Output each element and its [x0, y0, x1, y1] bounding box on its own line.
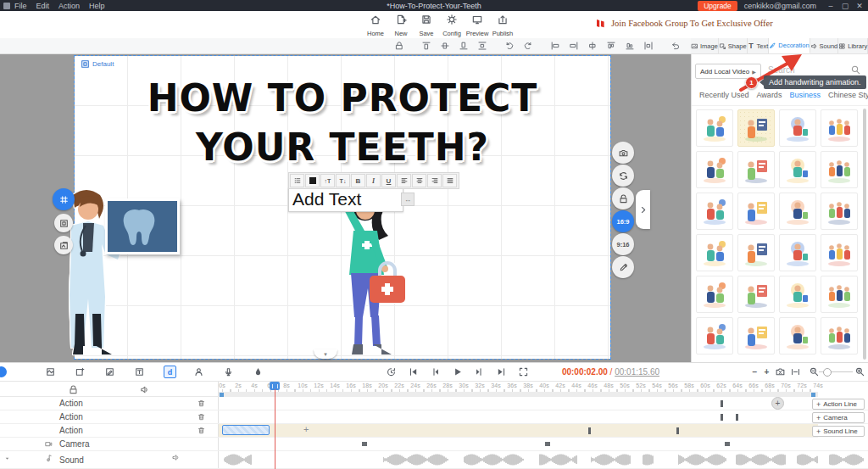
track-header-action-0[interactable]: Action	[0, 397, 219, 410]
toolbar-new-button[interactable]: New	[388, 14, 414, 37]
clip-mark[interactable]	[736, 414, 738, 421]
frame-button[interactable]	[54, 214, 73, 232]
ratio-9-16-button[interactable]: 9:16	[612, 233, 634, 255]
decoration-illustration-15[interactable]	[779, 234, 816, 271]
track-lane-action-2[interactable]: +	[219, 424, 818, 438]
upgrade-button[interactable]: Upgrade	[698, 1, 737, 11]
audio-waveform-segment[interactable]	[224, 453, 253, 466]
toolbar-home-button[interactable]: Home	[363, 14, 388, 37]
tab-sound[interactable]: Sound	[810, 38, 839, 53]
text-box[interactable]: Add Text	[288, 187, 403, 212]
category-chinese-style[interactable]: Chinese Style	[828, 91, 868, 99]
time-range-icon[interactable]	[790, 366, 801, 377]
lock-icon[interactable]	[68, 384, 79, 395]
valign-top-icon[interactable]	[421, 41, 431, 51]
panel-scrollbar[interactable]	[863, 109, 866, 360]
clip-mark[interactable]	[676, 427, 679, 434]
grid-toggle-button[interactable]	[53, 188, 75, 210]
decoration-illustration-23[interactable]	[779, 317, 816, 355]
track-header-action-1[interactable]: Action	[0, 410, 219, 424]
tab-text[interactable]: TText	[748, 38, 770, 53]
decoration-illustration-11[interactable]	[779, 193, 816, 230]
decoration-illustration-3[interactable]	[779, 109, 816, 147]
text-tool-align-left-txt[interactable]	[397, 174, 411, 187]
unlock-button[interactable]	[612, 187, 634, 209]
scene-label[interactable]: Default	[80, 59, 114, 70]
clip-mark[interactable]	[588, 427, 591, 434]
decoration-illustration-5[interactable]	[696, 151, 733, 188]
clip-mark[interactable]	[721, 414, 723, 421]
audio-waveform-segment[interactable]	[464, 453, 525, 466]
audio-waveform-segment[interactable]	[797, 453, 818, 466]
audio-waveform-segment[interactable]	[829, 453, 865, 466]
halign-right-icon[interactable]	[569, 41, 579, 51]
decoration-illustration-19[interactable]	[779, 276, 816, 313]
add-clip-circle-button[interactable]: +	[771, 397, 784, 410]
add-clip-plus[interactable]: +	[303, 424, 309, 434]
track-header-action-2[interactable]: Action	[0, 424, 219, 438]
clip-mark[interactable]	[721, 400, 723, 407]
trash-icon[interactable]	[197, 399, 206, 408]
decoration-illustration-16[interactable]	[821, 234, 858, 271]
undo-icon[interactable]	[670, 41, 681, 51]
category-awards[interactable]: Awards	[757, 91, 782, 99]
category-recently-used[interactable]: Recently Used	[699, 91, 749, 99]
pencil-button[interactable]	[612, 256, 634, 278]
record-dot-icon[interactable]	[0, 366, 7, 377]
decoration-illustration-13[interactable]	[696, 234, 733, 271]
text-tool-align-justify-txt[interactable]	[442, 174, 457, 187]
decoration-illustration-6[interactable]	[737, 151, 775, 188]
valign-middle-icon[interactable]	[440, 41, 450, 51]
audio-waveform-segment[interactable]	[383, 453, 449, 466]
audio-waveform-segment[interactable]	[736, 453, 787, 466]
zoom-in-icon[interactable]	[854, 366, 865, 377]
toolbar-publish-button[interactable]: Publish	[490, 14, 515, 37]
rotate-right-icon[interactable]	[523, 41, 533, 51]
close-icon[interactable]: ✕	[854, 2, 865, 10]
scene-image-icon[interactable]	[45, 366, 56, 377]
track-lane-camera-3[interactable]	[219, 438, 868, 451]
panel-collapse-handle[interactable]	[636, 190, 650, 229]
add-camera-button[interactable]: +Camera	[812, 412, 865, 423]
decoration-illustration-4[interactable]	[821, 109, 858, 147]
trash-icon[interactable]	[197, 426, 206, 435]
tab-library[interactable]: Library	[838, 38, 868, 53]
replay-icon[interactable]	[386, 366, 397, 377]
halign-center-icon[interactable]	[587, 41, 598, 51]
account-email[interactable]: cenkikko@gmail.com	[744, 2, 816, 10]
menu-file[interactable]: File	[14, 2, 27, 10]
text-tool-underline[interactable]: U	[381, 174, 396, 187]
text-tool-bold[interactable]: B	[351, 174, 365, 187]
decoration-illustration-18[interactable]	[737, 276, 775, 313]
text-tool-font-size-up[interactable]: ↑T	[320, 174, 335, 187]
trash-icon[interactable]	[197, 412, 206, 422]
microphone-icon[interactable]	[223, 366, 234, 377]
decoration-illustration-10[interactable]	[737, 193, 775, 230]
ratio-16-9-button[interactable]: 16:9	[612, 210, 634, 232]
insert-frame-button[interactable]	[54, 236, 73, 254]
add-scene-icon[interactable]	[75, 366, 86, 377]
audio-waveform-segment[interactable]	[643, 453, 654, 466]
tab-shape[interactable]: Shape	[719, 38, 748, 53]
text-tool-italic[interactable]: I	[366, 174, 381, 187]
lock-icon[interactable]	[394, 41, 404, 51]
camera-remove-icon[interactable]	[775, 366, 786, 377]
text-box-icon[interactable]	[134, 366, 145, 377]
clip-mark[interactable]	[545, 442, 550, 446]
track-lane-action-1[interactable]	[219, 410, 868, 424]
decoration-illustration-9[interactable]	[696, 193, 733, 230]
play-icon[interactable]	[452, 366, 463, 377]
tab-image[interactable]: Image	[691, 38, 719, 53]
skip-end-icon[interactable]	[496, 366, 507, 377]
heading-line-1[interactable]: HOW TO PROTECT	[75, 80, 610, 117]
track-lane-action-0[interactable]: +	[219, 397, 868, 410]
clip-mark[interactable]	[725, 442, 730, 446]
add-action-line-button[interactable]: +Action Line	[812, 399, 865, 410]
decoration-illustration-22[interactable]	[737, 317, 775, 355]
character-tool-icon[interactable]: d	[164, 366, 176, 378]
next-frame-icon[interactable]	[474, 366, 485, 377]
add-sound-line-button[interactable]: +Sound Line	[812, 426, 865, 437]
decoration-illustration-2[interactable]	[737, 109, 775, 147]
menu-action[interactable]: Action	[58, 2, 80, 10]
toolbar-config-button[interactable]: Config	[439, 14, 465, 37]
